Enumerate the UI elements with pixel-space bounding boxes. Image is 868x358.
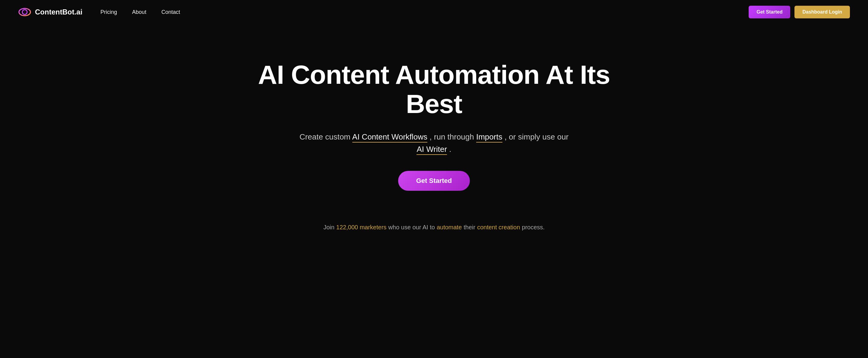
bottom-text-1: Join	[323, 224, 335, 231]
hero-get-started-button[interactable]: Get Started	[398, 171, 470, 191]
hero-link-imports[interactable]: Imports	[476, 132, 502, 142]
hero-link-workflows[interactable]: AI Content Workflows	[352, 132, 428, 142]
nav-links: Pricing About Contact	[100, 9, 180, 15]
hero-subtitle-text-4: .	[449, 144, 451, 154]
logo-icon	[18, 5, 31, 19]
bottom-highlight-content-creation: content creation	[477, 224, 520, 231]
bottom-text-4: process.	[522, 224, 545, 231]
nav-left: ContentBot.ai Pricing About Contact	[18, 5, 180, 19]
hero-section: AI Content Automation At Its Best Create…	[0, 24, 868, 215]
hero-subtitle-text-3: , or simply use our	[504, 132, 568, 141]
nav-link-pricing[interactable]: Pricing	[100, 9, 117, 15]
nav-get-started-button[interactable]: Get Started	[749, 6, 790, 19]
logo-link[interactable]: ContentBot.ai	[18, 5, 82, 19]
navbar: ContentBot.ai Pricing About Contact Get …	[0, 0, 868, 24]
nav-dashboard-login-button[interactable]: Dashboard Login	[795, 6, 850, 19]
bottom-highlight-marketers: 122,000 marketers	[336, 224, 387, 231]
hero-subtitle: Create custom AI Content Workflows , run…	[299, 131, 569, 156]
logo-text: ContentBot.ai	[35, 8, 82, 16]
nav-link-about[interactable]: About	[132, 9, 146, 15]
bottom-strip: Join 122,000 marketers who use our AI to…	[0, 215, 868, 240]
nav-right: Get Started Dashboard Login	[749, 6, 850, 19]
nav-item-pricing[interactable]: Pricing	[100, 9, 117, 15]
hero-link-ai-writer[interactable]: AI Writer	[416, 144, 447, 155]
hero-subtitle-text-1: Create custom	[300, 132, 350, 141]
hero-subtitle-text-2: , run through	[430, 132, 474, 141]
svg-point-2	[23, 10, 26, 13]
nav-item-contact[interactable]: Contact	[161, 9, 180, 15]
bottom-text-2: who use our AI to	[388, 224, 435, 231]
nav-link-contact[interactable]: Contact	[161, 9, 180, 15]
bottom-text-3: their	[464, 224, 475, 231]
nav-item-about[interactable]: About	[132, 9, 146, 15]
bottom-highlight-automate: automate	[437, 224, 462, 231]
hero-title: AI Content Automation At Its Best	[253, 60, 615, 119]
